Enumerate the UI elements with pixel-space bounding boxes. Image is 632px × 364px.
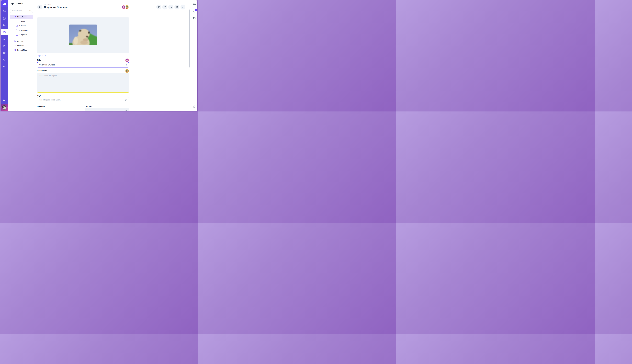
project-name: Directus <box>16 3 23 5</box>
sidebar-item-label: My Files <box>17 44 24 46</box>
global-search-input[interactable]: Global Search ⌘K <box>10 9 33 13</box>
folder-star-icon <box>14 16 16 18</box>
folder-person-icon <box>14 44 16 47</box>
clipboard-clock-icon <box>193 105 196 108</box>
search-shortcut-badge: ⌘K <box>28 10 32 12</box>
notifications-bell-button[interactable] <box>1 97 8 104</box>
check-icon <box>182 6 184 8</box>
folder-item-label: 1. Public <box>19 20 26 22</box>
navigation-sidebar: Directus Global Search ⌘K File Library 1… <box>8 0 33 111</box>
module-editor[interactable] <box>1 15 8 22</box>
revisions-button[interactable] <box>191 104 198 110</box>
main-content: File Library Chipmunk Dramatic <box>33 0 191 111</box>
title-format-button[interactable]: T <box>126 62 127 67</box>
comments-button[interactable] <box>191 15 198 22</box>
people-waves-icon <box>3 65 6 68</box>
title-editor-avatar[interactable] <box>126 58 129 62</box>
location-icon <box>77 110 80 111</box>
folder-item-label: 2. Private <box>19 25 26 27</box>
module-content[interactable] <box>1 8 8 14</box>
search-placeholder: Global Search <box>12 10 28 12</box>
right-sidebar-divider <box>191 15 198 15</box>
folder-icon <box>16 20 18 22</box>
file-preview-area[interactable] <box>37 18 129 53</box>
right-sidebar-divider <box>191 8 198 8</box>
module-bar <box>1 0 8 111</box>
tune-icon <box>176 6 178 8</box>
module-settings[interactable] <box>1 50 8 56</box>
presence-avatar-chipmunk[interactable] <box>125 5 128 9</box>
adjustments-button[interactable] <box>174 4 179 10</box>
description-field-label: Description <box>37 70 47 72</box>
history-clock-icon <box>14 49 16 51</box>
delete-button[interactable] <box>156 4 161 10</box>
folder-icon <box>3 31 6 34</box>
sidebar-item-label: Recent Files <box>17 49 27 51</box>
folder-item-private[interactable]: 2. Private <box>10 24 33 28</box>
user-face-image <box>1 104 8 111</box>
project-logo-icon <box>11 2 14 5</box>
storage-input-disabled <box>85 108 129 111</box>
trash-icon <box>157 6 160 8</box>
title-input-value: Chipmunk Dramatic <box>39 64 55 66</box>
rabbit-logo-icon <box>2 2 6 6</box>
folder-item-uploads[interactable]: 3. Uploads <box>10 28 33 32</box>
sidebar-item-file-library[interactable]: File Library <box>10 15 33 19</box>
module-presence[interactable] <box>1 64 8 70</box>
presence-avatar-man[interactable] <box>122 5 126 9</box>
folder-icon <box>16 34 18 36</box>
info-icon <box>193 3 196 6</box>
search-icon <box>3 58 6 62</box>
breadcrumb[interactable]: File Library <box>44 4 51 5</box>
module-file-library[interactable] <box>1 29 8 36</box>
sidebar-item-recent-files[interactable]: Recent Files <box>10 48 33 52</box>
title-field-label: Title <box>37 59 41 61</box>
chevron-down-icon[interactable] <box>31 16 33 18</box>
sidebar-item-my-files[interactable]: My Files <box>10 44 33 48</box>
folder-item-label: 3. Uploads <box>19 29 28 31</box>
folder-item-public[interactable]: 1. Public <box>10 20 33 24</box>
download-button[interactable] <box>168 4 173 10</box>
file-info-button[interactable] <box>191 1 198 7</box>
desktop: { "colors": { "accent": "#6644FF", "modu… <box>0 0 198 112</box>
box-icon <box>3 10 6 13</box>
content-scrollbar[interactable] <box>189 10 190 68</box>
description-textarea[interactable]: An optional description... <box>37 73 129 93</box>
storage-icon <box>125 110 127 111</box>
tags-field-label: Tags <box>37 94 41 96</box>
title-input[interactable]: Chipmunk Dramatic T <box>37 62 129 68</box>
module-insights[interactable] <box>1 36 8 42</box>
gear-icon <box>3 52 6 54</box>
description-placeholder: An optional description... <box>39 74 59 76</box>
module-help[interactable] <box>1 43 8 49</box>
arrow-left-icon <box>38 6 41 8</box>
replace-file-link[interactable]: Replace File <box>37 55 46 57</box>
storage-field-label: Storage <box>85 105 92 107</box>
sidebar-item-label: File Library <box>17 16 26 18</box>
back-button[interactable] <box>37 4 42 10</box>
tag-icon <box>124 98 127 101</box>
tags-input[interactable]: Add a tag and press Enter... <box>37 97 129 102</box>
file-image[interactable] <box>69 24 97 45</box>
directus-logo-button[interactable] <box>1 0 8 7</box>
save-button[interactable] <box>180 4 186 10</box>
users-icon <box>3 24 6 27</box>
sidebar-item-label: All Files <box>17 40 23 42</box>
notification-count-badge: 1 <box>195 9 197 11</box>
folder-icon <box>16 29 18 32</box>
sidebar-item-all-files[interactable]: All Files <box>10 39 33 43</box>
folder-move-icon <box>164 6 166 8</box>
folder-item-label: 4. System <box>19 34 27 36</box>
module-users[interactable] <box>1 22 8 28</box>
help-icon <box>3 44 6 48</box>
text-cursor <box>55 64 55 66</box>
folder-icon <box>16 25 18 27</box>
description-editor-avatar[interactable] <box>126 69 129 73</box>
move-to-folder-button[interactable] <box>162 4 167 10</box>
app-window: Directus Global Search ⌘K File Library 1… <box>1 0 198 111</box>
user-avatar[interactable] <box>1 104 8 111</box>
squiggle-sparkle-icon <box>3 38 6 40</box>
folder-item-system[interactable]: 4. System <box>10 33 33 37</box>
location-input[interactable] <box>37 108 81 111</box>
module-search[interactable] <box>1 56 8 63</box>
